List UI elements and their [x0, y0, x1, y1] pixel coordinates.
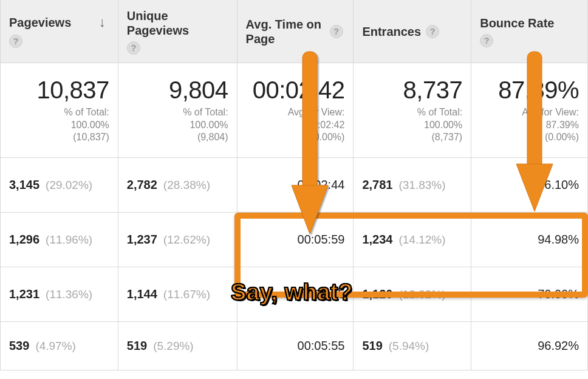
help-icon[interactable]: ? [480, 34, 493, 47]
cell-time: 00:05:55 [238, 322, 354, 370]
help-icon[interactable]: ? [426, 25, 439, 38]
summary-bounce: 87.39% Avg for View: 87.39% (0.00%) [471, 63, 588, 158]
help-icon[interactable]: ? [9, 35, 22, 48]
cell-entrances: 2,781(31.83%) [354, 158, 471, 213]
help-icon[interactable]: ? [330, 25, 343, 38]
col-header-pageviews[interactable]: Pageviews ↓ ? [1, 0, 118, 63]
cell-pageviews: 3,145(29.02%) [1, 158, 118, 213]
table-row: 1,296(11.96%) 1,237(12.62%) 00:05:59 1,2… [1, 213, 588, 267]
cell-unique: 519(5.29%) [118, 322, 238, 370]
cell-time: 00:02:44 [238, 158, 354, 213]
col-label: Bounce Rate [480, 16, 554, 30]
cell-entrances: 1,234(14.12%) [354, 213, 471, 267]
cell-bounce: 96.92% [471, 322, 588, 370]
help-icon[interactable]: ? [127, 41, 140, 55]
col-label: Entrances [362, 24, 421, 39]
cell-bounce: 94.98% [471, 213, 588, 267]
col-header-unique-pageviews[interactable]: Unique Pageviews ? [118, 0, 238, 63]
col-label: Avg. Time on Page [246, 17, 325, 46]
col-header-avg-time[interactable]: Avg. Time on Page? [238, 0, 354, 63]
col-label: Pageviews [9, 15, 71, 30]
cell-entrances: 519(5.94%) [354, 322, 471, 370]
cell-bounce: 70.00% [471, 267, 588, 322]
cell-bounce: 86.10% [471, 158, 588, 213]
table-row: 539(4.97%) 519(5.29%) 00:05:55 519(5.94%… [1, 322, 588, 370]
table-row: 3,145(29.02%) 2,782(28.38%) 00:02:44 2,7… [1, 158, 588, 213]
summary-sub: % of Total: 100.00% (8,737) [417, 106, 462, 144]
cell-unique: 2,782(28.38%) [118, 158, 238, 213]
summary-value: 9,804 [169, 77, 228, 104]
cell-entrances: 1,120(12.82%) [354, 267, 471, 322]
summary-value: 87.39% [498, 77, 579, 104]
summary-pageviews: 10,837 % of Total: 100.00% (10,837) [1, 63, 118, 158]
summary-sub: % of Total: 100.00% (9,804) [183, 106, 228, 144]
cell-pageviews: 1,296(11.96%) [1, 213, 118, 267]
summary-unique: 9,804 % of Total: 100.00% (9,804) [118, 63, 238, 158]
summary-sub: % of Total: 100.00% (10,837) [64, 106, 109, 144]
cell-pageviews: 1,231(11.36%) [1, 267, 118, 322]
summary-value: 00:02:42 [253, 77, 345, 104]
summary-value: 10,837 [36, 77, 109, 104]
analytics-table: Pageviews ↓ ? Unique Pageviews ? Avg. Ti… [0, 0, 588, 370]
summary-avg-time: 00:02:42 Avg for View: 00:02:42 (0.00%) [238, 63, 354, 158]
cell-time: 00:05:59 [238, 213, 354, 267]
cell-pageviews: 539(4.97%) [1, 322, 118, 370]
summary-sub: Avg for View: 87.39% (0.00%) [522, 106, 579, 144]
cell-time: 00:01:25 [238, 267, 354, 322]
cell-unique: 1,237(12.62%) [118, 213, 238, 267]
summary-row: 10,837 % of Total: 100.00% (10,837) 9,80… [1, 63, 588, 158]
col-header-entrances[interactable]: Entrances? [354, 0, 471, 63]
cell-unique: 1,144(11.67%) [118, 267, 238, 322]
summary-sub: Avg for View: 00:02:42 (0.00%) [288, 106, 345, 144]
sort-descending-icon[interactable]: ↓ [99, 15, 106, 30]
table-row: 1,231(11.36%) 1,144(11.67%) 00:01:25 1,1… [1, 267, 588, 322]
summary-value: 8,737 [403, 77, 463, 104]
col-label: Unique Pageviews [127, 9, 206, 38]
summary-entrances: 8,737 % of Total: 100.00% (8,737) [354, 63, 471, 158]
col-header-bounce-rate[interactable]: Bounce Rate ? [471, 0, 588, 63]
header-row: Pageviews ↓ ? Unique Pageviews ? Avg. Ti… [1, 0, 588, 63]
